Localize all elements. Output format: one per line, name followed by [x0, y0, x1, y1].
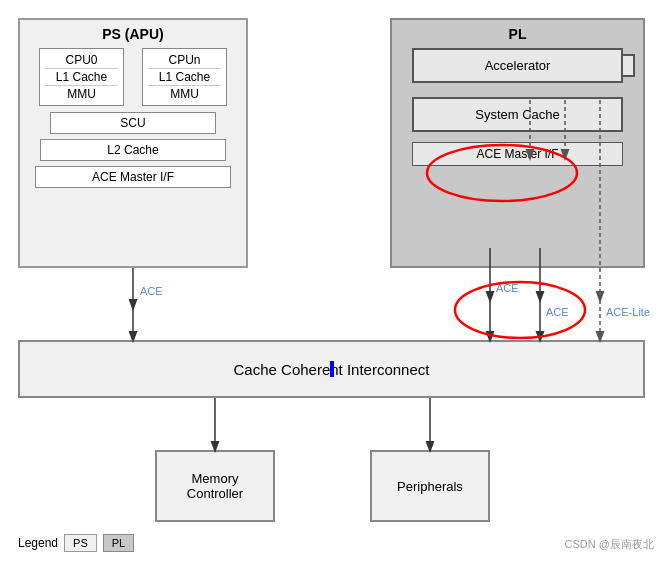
pl-block: PL Accelerator System Cache ACE Master I… [390, 18, 645, 268]
ps-apu-block: PS (APU) CPU0 L1 Cache MMU CPUn L1 Cache… [18, 18, 248, 268]
cpu0-label: CPU0 [45, 52, 118, 69]
cpun-mmu: MMU [148, 86, 221, 102]
memory-controller-label: MemoryController [187, 471, 243, 501]
ace-lite-label: ACE-Lite [606, 306, 650, 318]
peripherals-block: Peripherals [370, 450, 490, 522]
pl-ace-master-block: ACE Master I/F [412, 142, 623, 166]
accelerator-tab [621, 54, 635, 77]
l2-block: L2 Cache [40, 139, 226, 161]
cpun-l1: L1 Cache [148, 69, 221, 86]
ps-apu-title: PS (APU) [20, 26, 246, 42]
ace-pl1-label: ACE [496, 282, 519, 294]
cpun-label: CPUn [148, 52, 221, 69]
cpun-block: CPUn L1 Cache MMU [142, 48, 227, 106]
ace-pl2-label: ACE [546, 306, 569, 318]
text-cursor [330, 361, 334, 377]
pl-title: PL [392, 26, 643, 42]
cpu-row: CPU0 L1 Cache MMU CPUn L1 Cache MMU [30, 48, 236, 106]
system-cache-block: System Cache [412, 97, 623, 132]
accelerator-label: Accelerator [485, 58, 551, 73]
accelerator-block: Accelerator [412, 48, 623, 83]
scu-block: SCU [50, 112, 216, 134]
watermark: CSDN @辰南夜北 [565, 537, 654, 552]
cci-block: Cache Coherent Interconnect [18, 340, 645, 398]
memory-controller-block: MemoryController [155, 450, 275, 522]
ace-ps-label: ACE [140, 285, 163, 297]
cpu0-mmu: MMU [45, 86, 118, 102]
legend-ps: PS [64, 534, 97, 552]
legend-label: Legend [18, 536, 58, 550]
legend-pl: PL [103, 534, 134, 552]
svg-point-13 [455, 282, 585, 338]
ps-ace-master-block: ACE Master I/F [35, 166, 231, 188]
cpu0-block: CPU0 L1 Cache MMU [39, 48, 124, 106]
peripherals-label: Peripherals [397, 479, 463, 494]
cpu0-l1: L1 Cache [45, 69, 118, 86]
legend: Legend PS PL [18, 534, 134, 552]
